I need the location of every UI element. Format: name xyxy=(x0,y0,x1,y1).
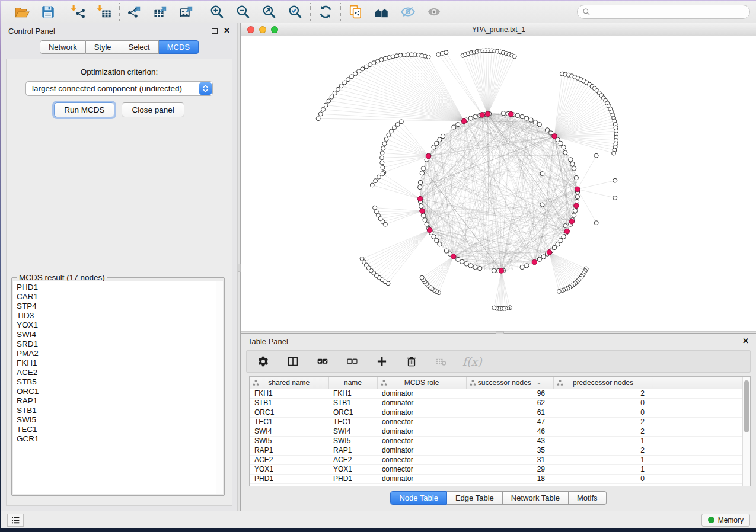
network-node[interactable] xyxy=(559,238,563,242)
network-node[interactable] xyxy=(473,114,477,118)
network-node[interactable] xyxy=(515,113,519,117)
network-node[interactable] xyxy=(357,69,361,73)
columns-button[interactable] xyxy=(285,353,301,370)
gear-button[interactable] xyxy=(255,353,272,370)
network-node[interactable] xyxy=(377,175,381,179)
network-node[interactable] xyxy=(346,78,350,82)
column-header-MCDS-role[interactable]: MCDS role xyxy=(377,377,466,389)
network-node[interactable] xyxy=(613,196,617,200)
network-node[interactable] xyxy=(436,53,441,57)
network-node[interactable] xyxy=(473,265,477,269)
tab-network-table[interactable]: Network Table xyxy=(503,491,569,505)
network-node[interactable] xyxy=(556,242,560,246)
network-node[interactable] xyxy=(343,81,347,85)
network-node[interactable] xyxy=(501,111,505,116)
network-node[interactable] xyxy=(570,162,575,166)
criterion-dropdown[interactable]: largest connected component (undirected) xyxy=(25,81,213,96)
network-node[interactable] xyxy=(360,257,364,261)
import-table-button[interactable] xyxy=(95,3,113,21)
list-item[interactable]: STB5 xyxy=(17,377,216,387)
table-row[interactable]: TEC1TEC1connector472 xyxy=(250,417,742,427)
table-scrollbar[interactable] xyxy=(742,377,750,486)
tab-motifs[interactable]: Motifs xyxy=(569,491,607,505)
network-node[interactable] xyxy=(393,126,397,130)
network-node[interactable] xyxy=(381,146,385,150)
network-node[interactable] xyxy=(336,87,340,91)
network-node[interactable] xyxy=(420,171,424,175)
mcds-result-list[interactable]: PHD1CAR1STP4TID3YOX1SWI4SRD1PMA2FKH1ACE2… xyxy=(13,281,223,494)
network-node[interactable] xyxy=(361,67,365,71)
add-button[interactable] xyxy=(374,353,390,370)
table-row[interactable]: RAP1RAP1dominator352 xyxy=(250,446,742,455)
network-node[interactable] xyxy=(575,194,579,198)
unselect-all-button[interactable] xyxy=(344,353,361,370)
result-scrollbar[interactable] xyxy=(216,281,223,494)
network-node[interactable] xyxy=(327,99,331,103)
column-header-shared-name[interactable]: shared name xyxy=(250,377,328,389)
network-node[interactable] xyxy=(572,213,576,217)
network-node[interactable] xyxy=(444,249,448,253)
network-node[interactable] xyxy=(562,145,566,149)
tab-mcds[interactable]: MCDS xyxy=(159,40,199,54)
network-node[interactable] xyxy=(387,56,391,60)
list-item[interactable]: TID3 xyxy=(17,311,216,321)
network-node-dominator[interactable] xyxy=(509,111,514,117)
list-item[interactable]: CAR1 xyxy=(17,292,216,302)
network-node[interactable] xyxy=(435,141,439,145)
network-node[interactable] xyxy=(573,209,577,213)
column-header-name[interactable]: name xyxy=(328,377,377,389)
network-node-dominator[interactable] xyxy=(552,134,557,139)
network-node[interactable] xyxy=(438,242,442,246)
network-node[interactable] xyxy=(452,125,456,129)
memory-button[interactable]: Memory xyxy=(701,514,750,527)
table-row[interactable]: FKH1FKH1dominator962 xyxy=(250,389,742,398)
close-panel-button[interactable]: Close panel xyxy=(122,102,184,117)
import-network-button[interactable] xyxy=(69,3,87,21)
network-node[interactable] xyxy=(318,112,323,116)
network-node-dominator[interactable] xyxy=(485,111,490,117)
network-node-dominator[interactable] xyxy=(480,113,485,118)
export-image-button[interactable] xyxy=(178,3,196,21)
network-node[interactable] xyxy=(432,145,436,149)
zoom-fit-button[interactable] xyxy=(260,3,278,21)
network-node[interactable] xyxy=(492,306,496,310)
table-row[interactable]: ACE2ACE2connector311 xyxy=(250,455,742,464)
network-node[interactable] xyxy=(426,55,430,59)
network-node[interactable] xyxy=(381,165,385,169)
network-node[interactable] xyxy=(563,150,567,155)
network-node[interactable] xyxy=(441,134,445,138)
close-panel-icon[interactable]: ✕ xyxy=(224,28,230,34)
duplicate-network-button[interactable] xyxy=(347,3,365,21)
network-node[interactable] xyxy=(557,289,561,293)
network-node-dominator[interactable] xyxy=(547,250,552,255)
network-node[interactable] xyxy=(559,141,563,145)
network-node[interactable] xyxy=(440,51,444,55)
network-node[interactable] xyxy=(374,210,378,214)
export-network-button[interactable] xyxy=(126,3,143,21)
network-node-dominator[interactable] xyxy=(427,227,432,233)
network-node[interactable] xyxy=(321,107,326,111)
network-node[interactable] xyxy=(421,166,425,171)
network-node[interactable] xyxy=(423,218,427,222)
network-node[interactable] xyxy=(438,137,442,142)
network-node[interactable] xyxy=(381,172,385,176)
network-node[interactable] xyxy=(468,116,473,120)
network-node[interactable] xyxy=(594,153,598,158)
list-item[interactable]: SWI5 xyxy=(17,415,216,425)
tab-edge-table[interactable]: Edge Table xyxy=(447,491,503,505)
list-item[interactable]: STB1 xyxy=(17,406,216,415)
network-node[interactable] xyxy=(419,204,423,208)
open-button[interactable] xyxy=(13,3,31,21)
network-node[interactable] xyxy=(540,203,544,207)
save-button[interactable] xyxy=(39,3,57,21)
table-row[interactable]: SWI5SWI5connector431 xyxy=(250,436,742,446)
float-panel-icon[interactable] xyxy=(731,339,736,344)
network-node[interactable] xyxy=(537,123,541,127)
network-node[interactable] xyxy=(382,142,387,146)
network-node[interactable] xyxy=(399,120,403,124)
network-node[interactable] xyxy=(540,172,544,176)
network-node[interactable] xyxy=(529,118,533,122)
zoom-selected-button[interactable] xyxy=(286,3,304,21)
refresh-button[interactable] xyxy=(317,3,334,21)
tab-network[interactable]: Network xyxy=(40,40,86,54)
